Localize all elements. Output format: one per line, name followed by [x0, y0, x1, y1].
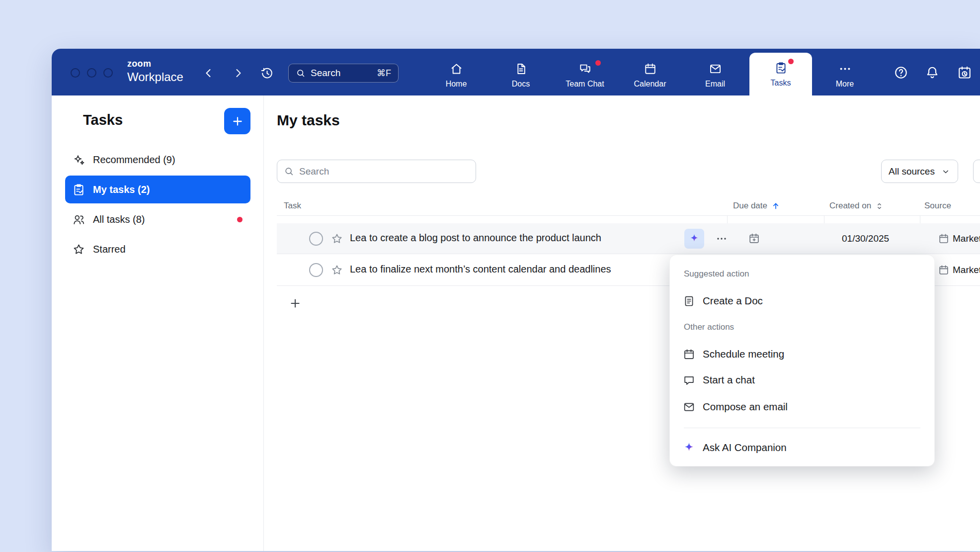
sidebar-item-label: Recommended (9) [93, 154, 175, 166]
schedule-icon[interactable] [957, 65, 972, 80]
menu-section-label: Other actions [684, 322, 734, 332]
sparkles-icon [72, 153, 85, 167]
email-icon [709, 62, 722, 76]
source-icon [938, 264, 950, 276]
nav-item-tasks-active[interactable]: Tasks [749, 53, 812, 95]
chat-icon [683, 374, 695, 386]
sidebar-item-label: All tasks (8) [93, 214, 145, 225]
add-task-button[interactable] [224, 108, 250, 134]
star-icon[interactable] [330, 232, 343, 245]
sidebar-item-label: Starred [93, 244, 126, 255]
task-title: Lea to create a blog post to announce th… [350, 232, 601, 244]
sidebar-title: Tasks [83, 112, 123, 128]
menu-item-compose-email[interactable]: Compose an email [677, 396, 927, 418]
search-placeholder: Search [311, 68, 340, 79]
search-icon [284, 166, 294, 177]
star-icon [72, 243, 85, 256]
back-chevron-icon[interactable] [202, 66, 216, 80]
window-control-icon[interactable] [103, 68, 113, 78]
tasks-icon [774, 61, 788, 75]
plus-icon [231, 115, 244, 128]
notification-dot [788, 59, 794, 64]
sidebar-item-label: My tasks (2) [93, 184, 150, 195]
menu-item-label: Create a Doc [703, 295, 763, 307]
notifications-icon[interactable] [925, 65, 940, 80]
column-label: Due date [733, 201, 767, 211]
menu-divider [684, 428, 920, 428]
menu-item-schedule-meeting[interactable]: Schedule meeting [677, 343, 927, 365]
column-label: Source [924, 201, 951, 211]
global-search-bar[interactable]: Search ⌘F [288, 64, 399, 83]
nav-item-home[interactable]: Home [429, 56, 484, 93]
menu-item-label: Ask AI Companion [703, 442, 787, 454]
help-icon[interactable] [894, 65, 908, 80]
source-icon [938, 233, 950, 245]
task-title: Lea to finalize next month’s content cal… [350, 264, 611, 275]
nav-item-label: Email [705, 80, 725, 89]
zoom-workplace-window: zoom Workplace Search ⌘F [52, 49, 980, 551]
topbar: zoom Workplace Search ⌘F [52, 49, 980, 95]
column-header-due-date[interactable]: Due date [733, 201, 781, 211]
ai-companion-button[interactable] [684, 229, 704, 249]
calendar-icon [683, 348, 695, 361]
row-more-button[interactable] [716, 233, 728, 245]
add-task-inline-button[interactable] [286, 294, 304, 312]
page-title: My tasks [277, 112, 340, 129]
column-label: Created on [829, 201, 871, 211]
sort-both-icon [875, 201, 884, 211]
search-icon [296, 68, 306, 78]
more-filters-button[interactable] [973, 160, 980, 183]
nav-item-team-chat[interactable]: Team Chat [558, 56, 612, 93]
team-chat-icon [578, 62, 592, 76]
menu-item-start-chat[interactable]: Start a chat [677, 369, 927, 391]
zoom-workplace-logo: zoom Workplace [127, 59, 183, 83]
nav-item-docs[interactable]: Docs [493, 56, 548, 93]
sidebar-item-recommended[interactable]: Recommended (9) [65, 146, 250, 174]
menu-item-label: Compose an email [703, 401, 788, 413]
task-row[interactable]: Lea to create a blog post to announce th… [277, 223, 980, 254]
menu-section-label: Suggested action [684, 269, 749, 279]
nav-item-label: Home [446, 80, 467, 89]
window-control-icon[interactable] [71, 68, 80, 78]
logo-workplace-text: Workplace [127, 71, 183, 83]
column-header-task: Task [284, 201, 301, 211]
window-controls[interactable] [71, 68, 113, 78]
plus-icon [289, 297, 302, 310]
column-header-source: Source [924, 201, 951, 211]
history-icon[interactable] [259, 66, 274, 81]
home-icon [450, 62, 463, 76]
add-due-date-button[interactable] [748, 232, 760, 245]
desktop-background: zoom Workplace Search ⌘F [0, 0, 980, 552]
nav-item-email[interactable]: Email [688, 56, 742, 93]
star-icon[interactable] [330, 264, 343, 276]
nav-item-label: Tasks [771, 79, 791, 88]
docs-icon [514, 62, 528, 76]
source-filter-dropdown[interactable]: All sources [881, 160, 958, 183]
people-icon [72, 213, 85, 226]
column-header-created-on[interactable]: Created on [829, 201, 884, 211]
window-control-icon[interactable] [87, 68, 96, 78]
notification-dot [595, 60, 601, 66]
sidebar-item-starred[interactable]: Starred [65, 235, 250, 263]
forward-chevron-icon[interactable] [231, 66, 245, 80]
nav-item-label: Calendar [634, 80, 666, 89]
nav-item-calendar[interactable]: Calendar [623, 56, 677, 93]
search-input[interactable] [299, 166, 469, 177]
column-label: Task [284, 201, 301, 211]
task-search-field[interactable] [277, 160, 476, 183]
sidebar-item-all-tasks[interactable]: All tasks (8) [65, 205, 250, 233]
nav-item-label: Docs [512, 80, 530, 89]
menu-item-label: Schedule meeting [703, 348, 784, 360]
menu-item-ask-ai-companion[interactable]: Ask AI Companion [677, 437, 927, 459]
created-on-value: 01/30/2025 [842, 233, 889, 244]
menu-item-label: Start a chat [703, 374, 755, 386]
nav-item-more[interactable]: More [817, 56, 872, 93]
email-icon [683, 401, 695, 413]
task-complete-radio[interactable] [309, 263, 323, 277]
task-complete-radio[interactable] [309, 232, 323, 246]
menu-item-create-doc[interactable]: Create a Doc [677, 290, 927, 312]
task-list-icon [72, 183, 85, 196]
tasks-sidebar: Tasks Recommended (9) My tasks (2) [52, 95, 264, 551]
source-value: Marketing [953, 233, 980, 244]
sidebar-item-my-tasks[interactable]: My tasks (2) [65, 176, 250, 203]
